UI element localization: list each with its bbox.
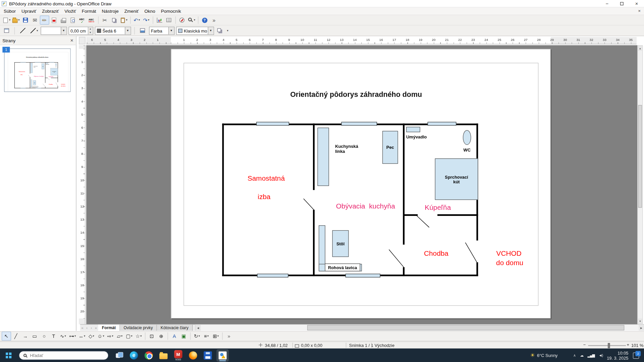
connector-dropdown-arrow[interactable]: ▾ — [74, 335, 76, 338]
basic-shapes-dropdown-arrow[interactable]: ▾ — [93, 335, 94, 338]
zoom-button[interactable]: ▾ — [187, 16, 196, 25]
toolbar-options-button[interactable]: » — [209, 16, 219, 25]
taskbar-save-app-button[interactable] — [202, 349, 214, 361]
copy-button[interactable] — [109, 16, 119, 25]
wall-room-divider-lower[interactable] — [313, 210, 315, 276]
sink-label[interactable]: Umývadlo — [406, 134, 435, 139]
save-button[interactable] — [21, 16, 30, 25]
area-dialog-button[interactable] — [138, 26, 147, 35]
align-button[interactable]: ≡▾ — [202, 331, 211, 341]
floorplan-title[interactable]: Orientačný pôdorys záhradného domu — [171, 90, 541, 99]
lines-arrows-dropdown-arrow[interactable]: ▾ — [84, 335, 85, 338]
furniture-kitchen-unit[interactable] — [318, 128, 329, 186]
furniture-sink[interactable] — [46, 63, 48, 64]
navigator-button[interactable] — [177, 16, 186, 25]
wall-left[interactable] — [222, 124, 224, 277]
minimize-button[interactable]: − — [600, 0, 614, 7]
hidden-icons-chevron-icon[interactable]: ∧ — [573, 353, 576, 357]
furniture-table[interactable]: Stôl — [33, 80, 36, 85]
wall-right-lower[interactable] — [58, 86, 58, 88]
zoom-dropdown-arrow[interactable]: ▾ — [194, 18, 195, 22]
fill-type-combo[interactable]: Farba ▼ — [149, 26, 174, 35]
window-opening[interactable] — [20, 88, 26, 88]
start-button[interactable] — [2, 349, 15, 361]
help-button[interactable] — [200, 16, 209, 25]
furniture-stove[interactable]: Pec — [382, 131, 398, 164]
fill-color-dropdown-arrow[interactable]: ▼ — [208, 27, 213, 34]
block-arrows-dropdown-arrow[interactable]: ▾ — [112, 335, 113, 338]
line-style-combo[interactable]: ▼ — [41, 26, 67, 35]
cut-button[interactable]: ✂ — [100, 16, 109, 25]
rotate-button[interactable]: ↻▾ — [192, 331, 202, 341]
undo-button[interactable]: ↶▾ — [132, 16, 142, 25]
wall-right-lower[interactable] — [476, 262, 478, 276]
layer-tab-format[interactable]: Formát — [98, 325, 120, 331]
window-opening[interactable] — [257, 274, 288, 278]
entrance-label-line1[interactable]: VCHOD — [60, 84, 67, 85]
menu-vlozit[interactable]: Vložiť — [62, 8, 79, 14]
horizontal-scrollbar-thumb[interactable] — [307, 325, 624, 330]
block-arrows-button[interactable]: ⇨▾ — [106, 331, 115, 341]
furniture-kitchen-unit[interactable] — [31, 63, 33, 73]
arrow-style-dropdown-arrow[interactable]: ▾ — [37, 29, 38, 32]
kitchen-unit-label[interactable]: Kuchynská linka — [34, 66, 39, 67]
flowchart-button[interactable]: ▱▾ — [115, 331, 124, 341]
room-label-bathroom[interactable]: Kúpeľňa — [48, 76, 55, 77]
autospellcheck-button[interactable] — [87, 16, 96, 25]
taskbar-edge-button[interactable] — [128, 349, 140, 361]
prev-tab-icon[interactable]: ‹ — [85, 326, 89, 330]
close-document-button[interactable]: × — [638, 8, 641, 13]
room-label-hallway[interactable]: Chodba — [416, 249, 457, 257]
zoom-out-icon[interactable]: − — [583, 342, 586, 347]
room-label-standalone-2[interactable]: izba — [239, 193, 289, 201]
menu-upravit[interactable]: Upraviť — [19, 8, 39, 14]
room-label-standalone-1[interactable]: Samostatná — [18, 71, 26, 72]
zoom-slider-thumb[interactable] — [608, 343, 610, 348]
shadow-button[interactable] — [215, 26, 225, 35]
window-opening[interactable] — [341, 122, 377, 126]
wall-bath-hall-right[interactable] — [437, 214, 478, 216]
basic-shapes-button[interactable]: ◇▾ — [87, 331, 96, 341]
line-color-dropdown-arrow[interactable]: ▼ — [125, 27, 130, 34]
styles-button[interactable] — [2, 26, 11, 35]
rotate-dropdown-arrow[interactable]: ▾ — [199, 335, 200, 338]
arrange-dropdown-arrow[interactable]: ▾ — [217, 335, 219, 338]
arrange-button[interactable]: ⊞▾ — [211, 331, 220, 341]
furniture-wc[interactable] — [55, 63, 57, 66]
horizontal-scrollbar[interactable]: ◀ ▶ — [195, 325, 644, 331]
open-dropdown-arrow[interactable]: ▾ — [18, 18, 19, 22]
room-label-bathroom[interactable]: Kúpeľňa — [417, 203, 458, 212]
vertical-scrollbar-thumb[interactable] — [638, 105, 642, 207]
layer-tab-kotovacie-ciary[interactable]: Kótovacie čiary — [157, 325, 193, 331]
send-email-button[interactable]: ✉ — [30, 16, 40, 25]
menu-nastroje[interactable]: Nástroje — [99, 8, 121, 14]
drawing-canvas[interactable]: Orientačný pôdorys záhradného domu — [86, 45, 637, 324]
bench-label-box[interactable]: Rohová lavica — [32, 86, 38, 87]
taskbar-microsoft-365-button[interactable]: M365 — [172, 349, 184, 361]
network-signal-icon[interactable]: ▂▄▆ — [587, 353, 594, 357]
spellcheck-button[interactable] — [77, 16, 87, 25]
export-pdf-button[interactable] — [49, 16, 58, 25]
room-label-living-kitchen[interactable]: Obývacia kuchyňa — [324, 202, 407, 210]
room-label-living-kitchen[interactable]: Obývacia kuchyňa — [32, 76, 46, 77]
fill-type-dropdown-arrow[interactable]: ▼ — [168, 27, 174, 34]
line-width-spinner[interactable]: 0,00 cm ▲▼ — [68, 26, 93, 35]
taskbar-chrome-button[interactable] — [143, 349, 155, 361]
print-button[interactable] — [59, 16, 68, 25]
last-tab-icon[interactable]: » — [94, 326, 98, 330]
arrow-style-button[interactable]: ▾ — [29, 26, 39, 35]
wall-bath-divider-lower[interactable] — [45, 87, 46, 88]
menu-pomocnik[interactable]: Pomocník — [158, 8, 184, 14]
ellipse-button[interactable]: ○ — [40, 331, 49, 341]
vertical-ruler[interactable]: 1234567891011121314151617181920 — [79, 45, 86, 324]
taskbar-task-view-button[interactable] — [113, 349, 125, 361]
zoom-level[interactable]: 101 % — [631, 343, 643, 348]
pages-panel-close-icon[interactable]: ✕ — [70, 38, 73, 43]
glue-points-button[interactable]: ⊕ — [157, 331, 166, 341]
align-dropdown-arrow[interactable]: ▾ — [207, 335, 209, 338]
menu-subor[interactable]: Súbor — [1, 8, 18, 14]
new-document-dropdown-arrow[interactable]: ▾ — [9, 18, 10, 22]
taskbar-search[interactable] — [19, 351, 108, 360]
entrance-label-line2[interactable]: do domu — [489, 259, 530, 267]
furniture-shower[interactable]: Sprchovací kút — [51, 68, 58, 75]
